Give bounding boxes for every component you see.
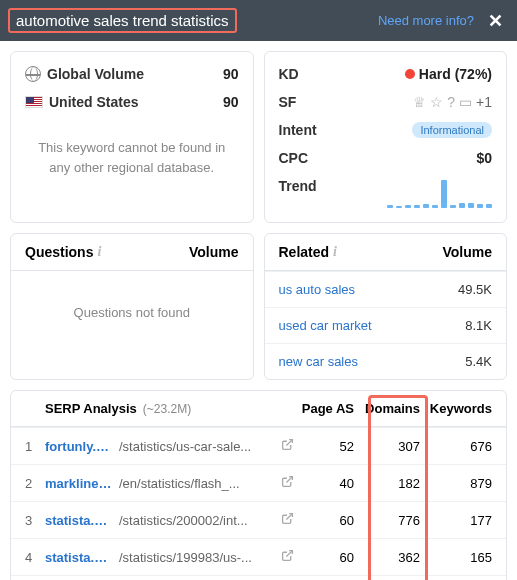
serp-page-as: 40 — [294, 476, 354, 491]
related-volume-col: Volume — [442, 244, 492, 260]
serp-domains: 307 — [354, 439, 420, 454]
trend-label: Trend — [279, 178, 317, 194]
qr-row: Questions i Volume Questions not found R… — [10, 233, 507, 380]
serp-domains: 362 — [354, 550, 420, 565]
serp-keywords: 177 — [420, 513, 492, 528]
trend-bar — [387, 205, 393, 208]
need-more-info-link[interactable]: Need more info? — [378, 13, 474, 28]
trend-bar — [396, 206, 402, 208]
serp-col-keywords: Keywords — [420, 401, 492, 416]
related-row: used car market8.1K — [265, 307, 507, 343]
us-volume-label: United States — [49, 94, 138, 110]
cpc-label: CPC — [279, 150, 309, 166]
info-icon[interactable]: i — [333, 244, 337, 260]
question-icon: ? — [447, 94, 455, 110]
comment-icon: ▭ — [459, 94, 472, 110]
serp-keywords: 676 — [420, 439, 492, 454]
serp-page-as: 60 — [294, 513, 354, 528]
trend-bar — [441, 180, 447, 208]
serp-row: 4statista.com/statistics/199983/us-...60… — [11, 538, 506, 575]
serp-url-cell: statista.com/statistics/199983/us-... — [45, 549, 294, 565]
trend-bar — [468, 203, 474, 208]
serp-row: 1fortunly.com/statistics/us-car-sale...5… — [11, 427, 506, 464]
related-volume: 5.4K — [465, 354, 492, 369]
serp-domain-link[interactable]: statista.com — [45, 550, 113, 565]
kd-row: KD Hard (72%) — [279, 66, 493, 82]
serp-domain-link[interactable]: marklines.com — [45, 476, 113, 491]
serp-rank: 1 — [25, 439, 45, 454]
serp-card: SERP Analysis (~23.2M) Page AS Domains K… — [10, 390, 507, 580]
questions-title: Questions — [25, 244, 93, 260]
svg-line-2 — [286, 514, 292, 520]
serp-col-domains: Domains — [354, 401, 420, 416]
panel-header: automotive sales trend statistics Need m… — [0, 0, 517, 41]
volume-card: Global Volume 90 United States 90 This k… — [10, 51, 254, 223]
external-link-icon[interactable] — [281, 512, 294, 528]
cpc-row: CPC $0 — [279, 150, 493, 166]
serp-page-as: 60 — [294, 550, 354, 565]
trend-chart — [387, 178, 492, 208]
serp-domains: 182 — [354, 476, 420, 491]
trend-bar — [477, 204, 483, 208]
serp-col-as: Page AS — [294, 401, 354, 416]
close-button[interactable]: ✕ — [488, 12, 503, 30]
info-icon[interactable]: i — [97, 244, 101, 260]
sf-plus-count: +1 — [476, 94, 492, 110]
related-title: Related — [279, 244, 330, 260]
svg-line-0 — [286, 440, 292, 446]
trend-bar — [432, 205, 438, 208]
serp-domain-link[interactable]: fortunly.com — [45, 439, 113, 454]
serp-domain-link[interactable]: statista.com — [45, 513, 113, 528]
questions-card: Questions i Volume Questions not found — [10, 233, 254, 380]
serp-header: SERP Analysis (~23.2M) Page AS Domains K… — [11, 391, 506, 427]
external-link-icon[interactable] — [281, 438, 294, 454]
related-header: Related i Volume — [265, 234, 507, 271]
questions-empty: Questions not found — [11, 271, 253, 354]
serp-rank: 2 — [25, 476, 45, 491]
external-link-icon[interactable] — [281, 475, 294, 491]
serp-url-path: /statistics/199983/us-... — [119, 550, 275, 565]
svg-line-1 — [286, 477, 292, 483]
intent-badge: Informational — [412, 122, 492, 138]
overview-row: Global Volume 90 United States 90 This k… — [10, 51, 507, 223]
serp-row: 5tradingeconomics.com/united-sta...60308… — [11, 575, 506, 580]
us-volume-value: 90 — [223, 94, 239, 110]
sf-row: SF ♕ ☆ ? ▭ +1 — [279, 94, 493, 110]
related-row: us auto sales49.5K — [265, 271, 507, 307]
crown-icon: ♕ — [413, 94, 426, 110]
intent-row: Intent Informational — [279, 122, 493, 138]
serp-url-path: /en/statistics/flash_... — [119, 476, 275, 491]
star-icon: ☆ — [430, 94, 443, 110]
kd-dot-icon — [405, 69, 415, 79]
serp-title: SERP Analysis — [45, 401, 137, 416]
trend-bar — [405, 205, 411, 208]
panel-body: Global Volume 90 United States 90 This k… — [0, 41, 517, 580]
related-row: new car sales5.4K — [265, 343, 507, 379]
sf-label: SF — [279, 94, 297, 110]
keyword-title-highlight: automotive sales trend statistics — [8, 8, 237, 33]
related-keyword-link[interactable]: used car market — [279, 318, 372, 333]
serp-domains: 776 — [354, 513, 420, 528]
related-keyword-link[interactable]: new car sales — [279, 354, 358, 369]
serp-page-as: 52 — [294, 439, 354, 454]
global-volume-value: 90 — [223, 66, 239, 82]
global-volume-label: Global Volume — [47, 66, 144, 82]
keyword-title: automotive sales trend statistics — [16, 12, 229, 29]
trend-bar — [486, 204, 492, 208]
serp-url-path: /statistics/200002/int... — [119, 513, 275, 528]
questions-volume-col: Volume — [189, 244, 239, 260]
serp-url-cell: fortunly.com/statistics/us-car-sale... — [45, 438, 294, 454]
serp-url-cell: statista.com/statistics/200002/int... — [45, 512, 294, 528]
serp-rank: 4 — [25, 550, 45, 565]
global-volume-row: Global Volume 90 — [25, 66, 239, 82]
serp-url-cell: marklines.com/en/statistics/flash_... — [45, 475, 294, 491]
related-keyword-link[interactable]: us auto sales — [279, 282, 356, 297]
serp-row: 2marklines.com/en/statistics/flash_...40… — [11, 464, 506, 501]
serp-row: 3statista.com/statistics/200002/int...60… — [11, 501, 506, 538]
external-link-icon[interactable] — [281, 549, 294, 565]
trend-bar — [459, 203, 465, 208]
serp-count: (~23.2M) — [143, 402, 191, 416]
intent-label: Intent — [279, 122, 317, 138]
kd-value: Hard (72%) — [419, 66, 492, 82]
header-actions: Need more info? ✕ — [378, 12, 503, 30]
